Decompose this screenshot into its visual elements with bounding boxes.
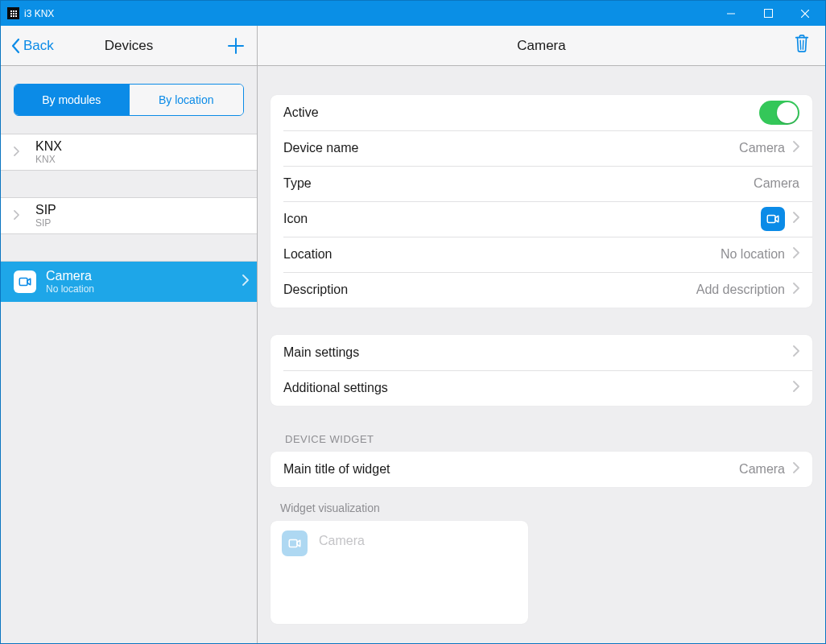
- description-value: Add description: [696, 283, 785, 297]
- description-label: Description: [283, 283, 348, 297]
- maximize-button[interactable]: [750, 1, 787, 26]
- toolbar: Back Devices Camera: [1, 26, 825, 66]
- close-button[interactable]: [787, 1, 824, 26]
- sidebar-item-subtitle: KNX: [35, 154, 62, 165]
- svg-rect-10: [289, 540, 297, 547]
- type-label: Type: [283, 176, 312, 191]
- back-label: Back: [23, 38, 54, 54]
- active-label: Active: [283, 105, 319, 120]
- sidebar-item-title: SIP: [35, 202, 56, 217]
- segment-by-modules[interactable]: By modules: [14, 85, 129, 115]
- svg-rect-9: [767, 216, 775, 223]
- row-main-settings[interactable]: Main settings: [271, 335, 812, 370]
- sidebar-item-knx[interactable]: KNX KNX: [1, 134, 257, 171]
- sidebar-item-subtitle: No location: [46, 283, 94, 295]
- row-widget-title[interactable]: Main title of widget Camera: [271, 452, 812, 487]
- widget-preview: Camera: [271, 521, 528, 624]
- svg-rect-1: [764, 10, 772, 18]
- icon-label: Icon: [283, 212, 308, 226]
- row-active: Active: [271, 95, 812, 130]
- widget-preview-title: Camera: [319, 534, 365, 548]
- row-type: Type Camera: [271, 166, 812, 201]
- svg-rect-8: [19, 278, 27, 285]
- chevron-right-icon: [793, 381, 799, 395]
- sidebar: By modules By location KNX KNX: [1, 66, 258, 643]
- location-label: Location: [283, 247, 332, 262]
- content: Active Device name Camera Type Camera Ic…: [258, 66, 825, 643]
- close-icon: [801, 10, 809, 18]
- app-title: i3 KNX: [24, 8, 54, 19]
- device-widget-section-header: DEVICE WIDGET: [285, 433, 809, 445]
- segment-by-location[interactable]: By location: [129, 85, 244, 115]
- back-button[interactable]: Back: [10, 38, 54, 54]
- widget-title-card: Main title of widget Camera: [271, 452, 812, 487]
- camera-icon: [14, 270, 36, 293]
- additional-settings-label: Additional settings: [283, 381, 388, 395]
- widget-title-value: Camera: [739, 462, 785, 477]
- chevron-right-icon: [793, 212, 799, 226]
- chevron-right-icon: [793, 462, 799, 477]
- minimize-button[interactable]: [712, 1, 750, 26]
- camera-icon: [282, 530, 308, 556]
- chevron-right-icon: [14, 208, 19, 223]
- chevron-right-icon: [793, 345, 799, 360]
- sidebar-item-sip[interactable]: SIP SIP: [1, 198, 257, 234]
- row-location[interactable]: Location No location: [271, 237, 812, 272]
- sidebar-item-title: KNX: [35, 138, 62, 154]
- maximize-icon: [764, 9, 773, 18]
- page-title: Camera: [517, 38, 565, 54]
- widget-title-label: Main title of widget: [283, 462, 390, 477]
- delete-button[interactable]: [793, 33, 816, 59]
- sidebar-item-subtitle: SIP: [35, 217, 56, 229]
- device-name-label: Device name: [283, 141, 358, 155]
- main-settings-label: Main settings: [283, 345, 359, 360]
- device-name-value: Camera: [739, 141, 785, 155]
- chevron-right-icon: [242, 275, 249, 289]
- chevron-right-icon: [793, 283, 799, 297]
- row-additional-settings[interactable]: Additional settings: [271, 370, 812, 406]
- app-icon: [7, 7, 19, 19]
- titlebar: i3 KNX: [1, 1, 825, 26]
- chevron-right-icon: [793, 141, 799, 155]
- view-mode-segmented: By modules By location: [14, 84, 244, 116]
- sidebar-item-camera[interactable]: Camera No location: [1, 262, 257, 302]
- settings-card: Main settings Additional settings: [271, 335, 812, 406]
- row-device-name[interactable]: Device name Camera: [271, 130, 812, 166]
- row-icon[interactable]: Icon: [271, 201, 812, 237]
- add-device-button[interactable]: [225, 35, 247, 57]
- plus-icon: [227, 37, 245, 55]
- active-toggle[interactable]: [759, 101, 799, 125]
- chevron-right-icon: [14, 145, 19, 159]
- row-description[interactable]: Description Add description: [271, 272, 812, 308]
- device-properties-card: Active Device name Camera Type Camera Ic…: [271, 95, 812, 308]
- trash-icon: [793, 33, 811, 54]
- chevron-right-icon: [793, 247, 799, 262]
- sidebar-item-title: Camera: [46, 268, 94, 283]
- type-value: Camera: [754, 176, 799, 191]
- camera-icon: [761, 207, 785, 231]
- minimize-icon: [727, 10, 735, 18]
- location-value: No location: [721, 247, 785, 262]
- chevron-left-icon: [10, 38, 20, 54]
- widget-visualization-label: Widget visualization: [280, 502, 809, 514]
